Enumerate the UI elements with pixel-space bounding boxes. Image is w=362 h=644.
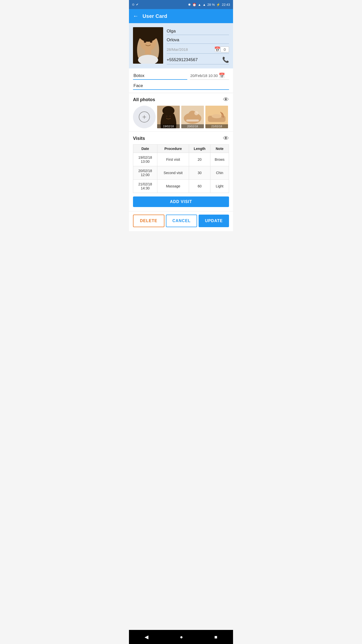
- dob-value: 28/Mar/2018: [167, 47, 213, 52]
- form-section: 20/Feb/18 10:30 📅: [129, 68, 233, 93]
- datetime-value: 20/Feb/18 10:30: [190, 73, 218, 78]
- calendar-icon[interactable]: 📅: [214, 46, 220, 52]
- phone-icon: 📞: [222, 57, 229, 63]
- nav-recent-button[interactable]: ■: [209, 633, 222, 641]
- visits-header: Visits 👁: [133, 135, 229, 142]
- svg-point-10: [166, 115, 168, 117]
- page-title: User Card: [143, 13, 167, 19]
- photos-grid: + 19/02/18 20/02/18: [133, 106, 229, 128]
- bluetooth-icon: ✱: [188, 3, 191, 7]
- visits-title: Visits: [133, 136, 145, 141]
- svg-point-6: [150, 41, 152, 43]
- visits-eye-icon[interactable]: 👁: [223, 135, 229, 142]
- battery-level: 28 %: [207, 3, 215, 7]
- visit-procedure-1: First visit: [157, 153, 189, 166]
- svg-point-15: [194, 111, 198, 115]
- photos-title: All photos: [133, 97, 155, 102]
- status-right: ✱ ⏰ ▲ ▲ 28 % ⚡ 22:43: [188, 3, 230, 7]
- navigation-bar: ◀ ● ■: [129, 630, 233, 644]
- profile-section: Olga Orlova 28/Mar/2018 📅 0 +55529123456…: [129, 23, 233, 68]
- add-photo-button[interactable]: +: [133, 106, 156, 128]
- status-left: ⊙ ✔: [132, 3, 139, 6]
- visit-date-1: 19/02/1813:00: [133, 153, 157, 166]
- visit-length-3: 60: [189, 180, 210, 193]
- visit-note-3: Light: [210, 180, 229, 193]
- datetime-field: 20/Feb/18 10:30 📅: [190, 71, 229, 80]
- wifi-icon: ▲: [198, 3, 201, 7]
- alarm-icon: ⏰: [192, 3, 196, 7]
- signal-icon: ▲: [203, 3, 206, 7]
- visit-length-2: 30: [189, 166, 210, 180]
- area-input[interactable]: [133, 82, 229, 90]
- last-name-value: Orlova: [167, 37, 229, 43]
- status-bar: ⊙ ✔ ✱ ⏰ ▲ ▲ 28 % ⚡ 22:43: [129, 0, 233, 9]
- svg-rect-3: [145, 49, 151, 54]
- cancel-button[interactable]: CANCEL: [166, 215, 197, 227]
- avatar: [133, 27, 163, 64]
- photo-date-3: 21/02/18: [205, 124, 228, 128]
- visit-procedure-2: Second visit: [157, 166, 189, 180]
- charging-icon: ⚡: [216, 3, 220, 7]
- nav-back-button[interactable]: ◀: [140, 632, 153, 641]
- plus-circle-icon: +: [139, 111, 150, 123]
- signal-icon-1: ⊙: [132, 3, 134, 6]
- table-header-row: Date Procedure Length Note: [133, 145, 229, 153]
- nav-home-button[interactable]: ●: [175, 633, 188, 641]
- phone-value: +555291234567: [167, 57, 198, 62]
- photos-section: All photos 👁 + 19/02/18: [129, 93, 233, 131]
- procedure-input[interactable]: [133, 72, 187, 80]
- visit-procedure-3: Massage: [157, 180, 189, 193]
- last-name-field: Orlova: [167, 36, 229, 44]
- first-name-field: Olga: [167, 27, 229, 35]
- app-bar: ← User Card: [129, 9, 233, 23]
- table-row: 19/02/1813:00 First visit 20 Brows: [133, 153, 229, 166]
- dob-field: 28/Mar/2018 📅 0: [167, 45, 229, 54]
- visit-note-2: Chin: [210, 166, 229, 180]
- visit-date-3: 21/02/1814:30: [133, 180, 157, 193]
- svg-point-11: [169, 115, 171, 117]
- profile-fields: Olga Orlova 28/Mar/2018 📅 0 +55529123456…: [167, 27, 229, 64]
- photo-item-3[interactable]: 21/02/18: [205, 106, 228, 128]
- svg-point-19: [212, 114, 222, 118]
- add-visit-button[interactable]: ADD VISIT: [133, 196, 229, 207]
- photo-item-2[interactable]: 20/02/18: [181, 106, 204, 128]
- photos-header: All photos 👁: [133, 96, 229, 103]
- svg-point-5: [144, 41, 146, 43]
- task-icon: ✔: [136, 3, 139, 6]
- action-buttons: DELETE CANCEL UPDATE: [129, 212, 233, 231]
- photo-date-2: 20/02/18: [181, 124, 204, 128]
- visit-date-2: 20/02/1812:00: [133, 166, 157, 180]
- table-row: 21/02/1814:30 Massage 60 Light: [133, 180, 229, 193]
- visit-note-1: Brows: [210, 153, 229, 166]
- add-visit-row: ADD VISIT: [133, 193, 229, 208]
- first-name-value: Olga: [167, 29, 229, 34]
- col-procedure: Procedure: [157, 145, 189, 153]
- age-value: 0: [220, 47, 229, 52]
- table-row: 20/02/1812:00 Second visit 30 Chin: [133, 166, 229, 180]
- datetime-calendar-icon[interactable]: 📅: [219, 72, 225, 78]
- photo-item-1[interactable]: 19/02/18: [157, 106, 180, 128]
- visits-section: Visits 👁 Date Procedure Length Note 19/0…: [129, 132, 233, 211]
- back-button[interactable]: ←: [133, 13, 139, 19]
- procedure-row: 20/Feb/18 10:30 📅: [133, 71, 229, 80]
- visits-table: Date Procedure Length Note 19/02/1813:00…: [133, 144, 229, 193]
- delete-button[interactable]: DELETE: [133, 215, 164, 227]
- col-length: Length: [189, 145, 210, 153]
- visit-length-1: 20: [189, 153, 210, 166]
- update-button[interactable]: UPDATE: [199, 215, 229, 227]
- area-row: [133, 82, 229, 90]
- col-date: Date: [133, 145, 157, 153]
- phone-field: +555291234567 📞: [167, 55, 229, 64]
- photo-date-1: 19/02/18: [157, 124, 180, 128]
- photos-eye-icon[interactable]: 👁: [223, 96, 229, 103]
- time-display: 22:43: [222, 3, 230, 7]
- col-note: Note: [210, 145, 229, 153]
- svg-rect-16: [186, 119, 199, 122]
- avatar-image: [133, 27, 163, 64]
